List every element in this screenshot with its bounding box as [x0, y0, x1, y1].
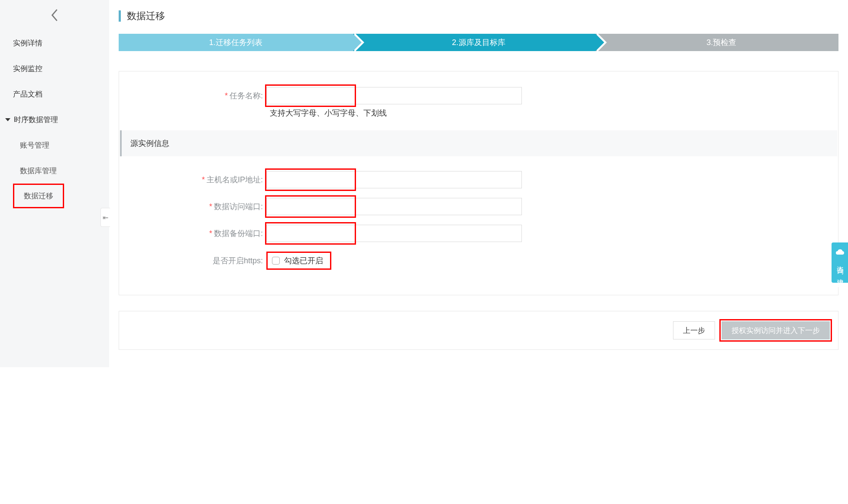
label-host: *主机名或IP地址: [119, 174, 266, 185]
row-https: 是否开启https: 勾选已开启 [119, 252, 838, 270]
label-backup-port: *数据备份端口: [119, 228, 266, 239]
page-title-wrap: 数据迁移 [119, 10, 838, 23]
caret-down-icon [5, 118, 10, 121]
sidebar-item-db-mgmt[interactable]: 数据库管理 [0, 158, 109, 184]
backup-port-input[interactable] [266, 225, 522, 242]
prev-button[interactable]: 上一步 [673, 321, 715, 339]
row-backup-port: *数据备份端口: [119, 225, 838, 242]
sidebar-item-data-migration[interactable]: 数据迁移 [13, 184, 64, 208]
main-content: 数据迁移 1.迁移任务列表 2.源库及目标库 3.预检查 *任务名称: [109, 0, 848, 367]
highlight-box: 授权实例访问并进入下一步 [719, 319, 832, 342]
step-label: 1.迁移任务列表 [209, 37, 262, 48]
cloud-icon [835, 249, 845, 257]
button-label: 授权实例访问并进入下一步 [731, 326, 820, 336]
sidebar-group-label: 时序数据管理 [14, 115, 58, 125]
required-marker: * [209, 202, 212, 211]
step-3[interactable]: 3.预检查 [596, 34, 838, 51]
https-checkbox-label: 勾选已开启 [284, 255, 323, 266]
row-host: *主机名或IP地址: [119, 171, 838, 188]
task-name-input[interactable] [266, 87, 522, 104]
required-marker: * [225, 91, 228, 100]
button-label: 上一步 [683, 326, 705, 336]
sidebar-group-tsdb[interactable]: 时序数据管理 [0, 107, 109, 132]
data-port-input[interactable] [266, 198, 522, 215]
step-2[interactable]: 2.源库及目标库 [353, 34, 596, 51]
form-card: *任务名称: 支持大写字母、小写字母、下划线 源实例信息 *主机名或IP地址: [119, 71, 838, 295]
authorize-next-button[interactable]: 授权实例访问并进入下一步 [722, 321, 830, 339]
row-task-name: *任务名称: [119, 87, 838, 104]
step-label: 2.源库及目标库 [452, 37, 505, 48]
sidebar-item-label: 数据库管理 [20, 167, 57, 175]
wizard-steps: 1.迁移任务列表 2.源库及目标库 3.预检查 [119, 34, 838, 51]
sidebar-item-account-mgmt[interactable]: 账号管理 [0, 132, 109, 158]
chevron-left-icon [50, 8, 59, 23]
row-data-port: *数据访问端口: [119, 198, 838, 215]
sidebar-item-label: 账号管理 [20, 141, 49, 149]
sidebar-item-label: 实例详情 [13, 39, 42, 47]
label-task-name: *任务名称: [119, 90, 266, 101]
host-input[interactable] [266, 171, 522, 188]
title-accent-bar [119, 10, 121, 22]
sidebar-item-product-docs[interactable]: 产品文档 [0, 81, 109, 107]
collapse-icon: ⇤ [103, 213, 108, 222]
footer-bar: 上一步 授权实例访问并进入下一步 [119, 311, 838, 350]
step-1[interactable]: 1.迁移任务列表 [119, 34, 353, 51]
required-marker: * [202, 175, 205, 184]
https-checkbox-wrap: 勾选已开启 [266, 252, 331, 270]
sidebar: 实例详情 实例监控 产品文档 时序数据管理 账号管理 数据库管理 数据迁移 ⇤ [0, 0, 109, 367]
sidebar-item-label: 数据迁移 [24, 192, 53, 200]
sidebar-item-instance-detail[interactable]: 实例详情 [0, 30, 109, 56]
back-button[interactable] [0, 0, 109, 30]
section-header-source: 源实例信息 [120, 130, 837, 156]
label-https: 是否开启https: [119, 255, 266, 266]
task-name-helper: 支持大写字母、小写字母、下划线 [270, 108, 838, 118]
sidebar-item-label: 实例监控 [13, 65, 42, 73]
https-checkbox[interactable] [272, 257, 280, 265]
page-title: 数据迁移 [127, 10, 165, 23]
feedback-label: 咨询·建议 [835, 261, 845, 277]
sidebar-item-instance-monitor[interactable]: 实例监控 [0, 56, 109, 81]
required-marker: * [209, 229, 212, 238]
step-label: 3.预检查 [706, 37, 736, 48]
collapse-sidebar-handle[interactable]: ⇤ [100, 208, 110, 227]
sidebar-item-label: 产品文档 [13, 90, 42, 98]
feedback-tab[interactable]: 咨询·建议 [832, 242, 848, 283]
label-data-port: *数据访问端口: [119, 201, 266, 212]
